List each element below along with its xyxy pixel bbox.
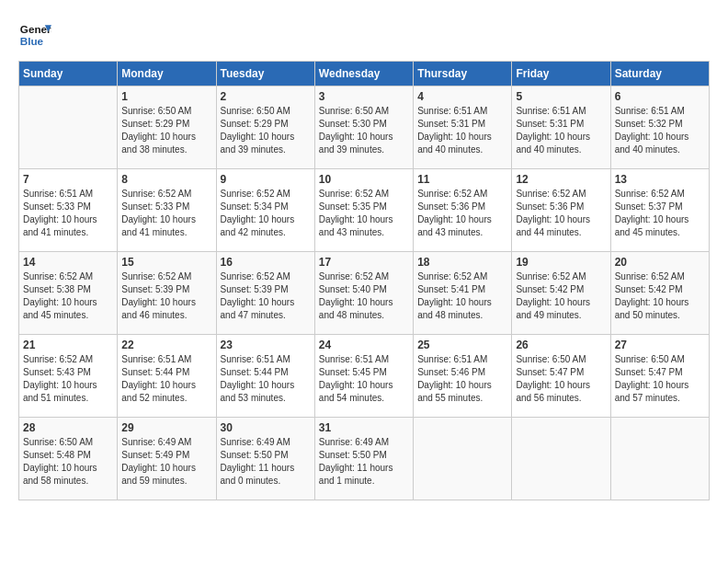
day-number: 11 (417, 173, 507, 186)
day-info: Sunrise: 6:49 AM Sunset: 5:50 PM Dayligh… (221, 436, 311, 488)
day-number: 20 (615, 256, 705, 269)
calendar-cell: 19Sunrise: 6:52 AM Sunset: 5:42 PM Dayli… (512, 252, 610, 335)
week-row-3: 14Sunrise: 6:52 AM Sunset: 5:38 PM Dayli… (19, 252, 710, 335)
col-header-sunday: Sunday (19, 62, 118, 86)
day-number: 13 (615, 173, 705, 186)
day-number: 9 (221, 173, 311, 186)
day-number: 17 (319, 256, 409, 269)
calendar-cell: 22Sunrise: 6:51 AM Sunset: 5:44 PM Dayli… (118, 335, 216, 418)
day-info: Sunrise: 6:50 AM Sunset: 5:30 PM Dayligh… (319, 105, 409, 156)
day-info: Sunrise: 6:51 AM Sunset: 5:32 PM Dayligh… (615, 105, 705, 156)
week-row-2: 7Sunrise: 6:51 AM Sunset: 5:33 PM Daylig… (19, 169, 710, 252)
day-number: 10 (319, 173, 409, 186)
day-info: Sunrise: 6:52 AM Sunset: 5:37 PM Dayligh… (615, 188, 705, 239)
calendar-cell: 8Sunrise: 6:52 AM Sunset: 5:33 PM Daylig… (118, 169, 216, 252)
col-header-friday: Friday (512, 62, 610, 86)
calendar-cell (414, 418, 512, 500)
day-info: Sunrise: 6:52 AM Sunset: 5:41 PM Dayligh… (417, 270, 507, 322)
day-info: Sunrise: 6:52 AM Sunset: 5:39 PM Dayligh… (221, 270, 311, 322)
day-number: 16 (221, 256, 311, 269)
calendar-cell: 6Sunrise: 6:51 AM Sunset: 5:32 PM Daylig… (610, 86, 709, 169)
day-info: Sunrise: 6:52 AM Sunset: 5:40 PM Dayligh… (319, 270, 409, 322)
day-number: 24 (319, 339, 409, 351)
calendar-cell: 18Sunrise: 6:52 AM Sunset: 5:41 PM Dayli… (414, 252, 512, 335)
day-number: 6 (615, 90, 705, 103)
calendar-cell (610, 418, 709, 500)
calendar-cell: 5Sunrise: 6:51 AM Sunset: 5:31 PM Daylig… (512, 86, 610, 169)
day-number: 15 (121, 256, 211, 269)
col-header-saturday: Saturday (610, 62, 709, 86)
day-number: 4 (417, 90, 507, 103)
calendar-cell: 2Sunrise: 6:50 AM Sunset: 5:29 PM Daylig… (216, 86, 314, 169)
day-number: 19 (516, 256, 606, 269)
day-info: Sunrise: 6:51 AM Sunset: 5:31 PM Dayligh… (417, 105, 507, 156)
page-header: General Blue (18, 18, 710, 52)
day-info: Sunrise: 6:49 AM Sunset: 5:49 PM Dayligh… (121, 436, 211, 488)
logo: General Blue (18, 18, 57, 52)
day-info: Sunrise: 6:51 AM Sunset: 5:46 PM Dayligh… (417, 353, 507, 405)
week-row-1: 1Sunrise: 6:50 AM Sunset: 5:29 PM Daylig… (19, 86, 710, 169)
col-header-wednesday: Wednesday (314, 62, 413, 86)
day-info: Sunrise: 6:49 AM Sunset: 5:50 PM Dayligh… (319, 436, 409, 488)
week-row-4: 21Sunrise: 6:52 AM Sunset: 5:43 PM Dayli… (19, 335, 710, 418)
day-number: 8 (121, 173, 211, 186)
calendar-cell: 13Sunrise: 6:52 AM Sunset: 5:37 PM Dayli… (610, 169, 709, 252)
calendar-cell (512, 418, 610, 500)
calendar-cell: 17Sunrise: 6:52 AM Sunset: 5:40 PM Dayli… (314, 252, 413, 335)
col-header-monday: Monday (118, 62, 216, 86)
calendar-cell: 23Sunrise: 6:51 AM Sunset: 5:44 PM Dayli… (216, 335, 314, 418)
calendar-cell: 12Sunrise: 6:52 AM Sunset: 5:36 PM Dayli… (512, 169, 610, 252)
calendar-cell: 30Sunrise: 6:49 AM Sunset: 5:50 PM Dayli… (216, 418, 314, 500)
day-number: 26 (516, 339, 606, 351)
day-info: Sunrise: 6:51 AM Sunset: 5:45 PM Dayligh… (319, 353, 409, 405)
day-info: Sunrise: 6:50 AM Sunset: 5:29 PM Dayligh… (121, 105, 211, 156)
day-number: 18 (417, 256, 507, 269)
day-info: Sunrise: 6:52 AM Sunset: 5:33 PM Dayligh… (121, 188, 211, 239)
day-number: 21 (23, 339, 113, 351)
day-number: 22 (121, 339, 211, 351)
col-header-thursday: Thursday (414, 62, 512, 86)
day-number: 31 (319, 421, 409, 434)
day-info: Sunrise: 6:52 AM Sunset: 5:36 PM Dayligh… (417, 188, 507, 239)
day-info: Sunrise: 6:51 AM Sunset: 5:33 PM Dayligh… (23, 188, 113, 239)
week-row-5: 28Sunrise: 6:50 AM Sunset: 5:48 PM Dayli… (19, 418, 710, 500)
day-info: Sunrise: 6:50 AM Sunset: 5:29 PM Dayligh… (221, 105, 311, 156)
day-info: Sunrise: 6:52 AM Sunset: 5:36 PM Dayligh… (516, 188, 606, 239)
day-number: 14 (23, 256, 113, 269)
day-number: 25 (417, 339, 507, 351)
day-number: 23 (221, 339, 311, 351)
svg-text:Blue: Blue (20, 35, 44, 47)
day-number: 28 (23, 421, 113, 434)
calendar-cell: 26Sunrise: 6:50 AM Sunset: 5:47 PM Dayli… (512, 335, 610, 418)
day-info: Sunrise: 6:50 AM Sunset: 5:48 PM Dayligh… (23, 436, 113, 488)
day-info: Sunrise: 6:52 AM Sunset: 5:38 PM Dayligh… (23, 270, 113, 322)
calendar-cell: 27Sunrise: 6:50 AM Sunset: 5:47 PM Dayli… (610, 335, 709, 418)
day-info: Sunrise: 6:52 AM Sunset: 5:34 PM Dayligh… (221, 188, 311, 239)
calendar-cell: 11Sunrise: 6:52 AM Sunset: 5:36 PM Dayli… (414, 169, 512, 252)
calendar-cell: 21Sunrise: 6:52 AM Sunset: 5:43 PM Dayli… (19, 335, 118, 418)
day-info: Sunrise: 6:52 AM Sunset: 5:43 PM Dayligh… (23, 353, 113, 405)
day-info: Sunrise: 6:50 AM Sunset: 5:47 PM Dayligh… (615, 353, 705, 405)
header-row: SundayMondayTuesdayWednesdayThursdayFrid… (19, 62, 710, 86)
calendar-cell: 3Sunrise: 6:50 AM Sunset: 5:30 PM Daylig… (314, 86, 413, 169)
col-header-tuesday: Tuesday (216, 62, 314, 86)
calendar-cell: 1Sunrise: 6:50 AM Sunset: 5:29 PM Daylig… (118, 86, 216, 169)
day-number: 12 (516, 173, 606, 186)
day-number: 3 (319, 90, 409, 103)
calendar-cell: 16Sunrise: 6:52 AM Sunset: 5:39 PM Dayli… (216, 252, 314, 335)
calendar-cell: 25Sunrise: 6:51 AM Sunset: 5:46 PM Dayli… (414, 335, 512, 418)
calendar-cell (19, 86, 118, 169)
calendar-cell: 28Sunrise: 6:50 AM Sunset: 5:48 PM Dayli… (19, 418, 118, 500)
calendar-cell: 31Sunrise: 6:49 AM Sunset: 5:50 PM Dayli… (314, 418, 413, 500)
calendar-cell: 4Sunrise: 6:51 AM Sunset: 5:31 PM Daylig… (414, 86, 512, 169)
logo-icon: General Blue (18, 18, 51, 52)
day-number: 1 (121, 90, 211, 103)
day-number: 7 (23, 173, 113, 186)
day-info: Sunrise: 6:51 AM Sunset: 5:44 PM Dayligh… (121, 353, 211, 405)
day-info: Sunrise: 6:51 AM Sunset: 5:31 PM Dayligh… (516, 105, 606, 156)
day-info: Sunrise: 6:51 AM Sunset: 5:44 PM Dayligh… (221, 353, 311, 405)
day-number: 27 (615, 339, 705, 351)
day-info: Sunrise: 6:50 AM Sunset: 5:47 PM Dayligh… (516, 353, 606, 405)
day-number: 30 (221, 421, 311, 434)
calendar-cell: 29Sunrise: 6:49 AM Sunset: 5:49 PM Dayli… (118, 418, 216, 500)
